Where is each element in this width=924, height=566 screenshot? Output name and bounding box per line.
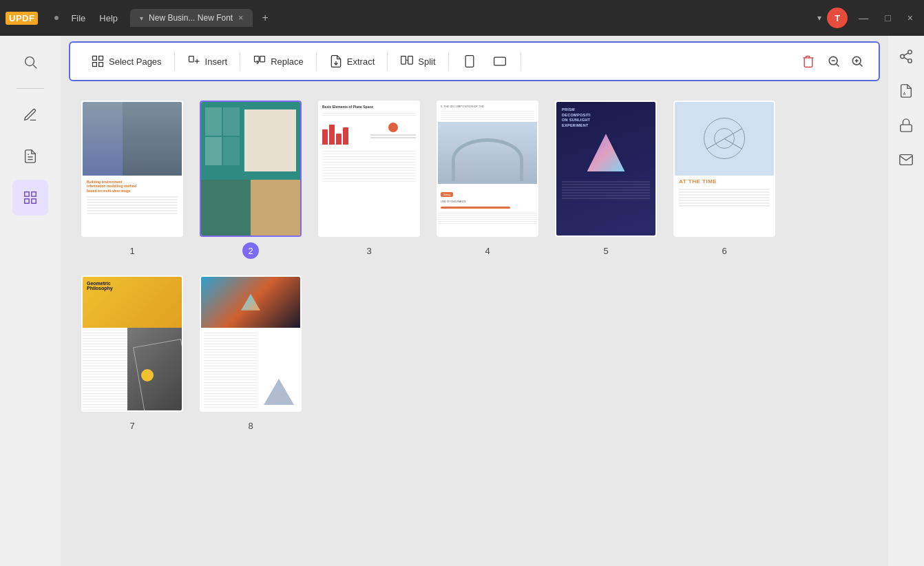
thumb-3-content: Basic Elements of Plane Space [319, 102, 419, 235]
thumb-6-content: AT THE TIME [675, 102, 774, 235]
maximize-button[interactable]: □ [879, 10, 896, 26]
annotate-icon [23, 149, 38, 164]
thumb-2-content [201, 102, 300, 235]
page-item-1[interactable]: Building environmentinformation modellin… [81, 101, 183, 259]
pdfa-icon: A [899, 83, 914, 98]
phone-portrait-button[interactable] [457, 50, 482, 72]
share-button[interactable] [894, 44, 918, 69]
thumb-7-geo-rect [133, 339, 182, 410]
minimize-button[interactable]: — [853, 10, 874, 26]
thumb-2-bottom [201, 180, 300, 235]
toolbar-divider-2 [240, 52, 240, 71]
tab-close-icon[interactable]: × [238, 13, 243, 23]
svg-rect-17 [260, 56, 265, 62]
split-button[interactable]: Split [390, 50, 445, 72]
delete-button[interactable] [796, 50, 821, 72]
select-pages-icon [91, 54, 105, 68]
page-number-2: 2 [242, 242, 259, 259]
email-button[interactable] [894, 147, 918, 172]
thumb-5-prism [587, 134, 625, 171]
thumb-7-dot [141, 369, 154, 381]
svg-line-36 [904, 57, 908, 60]
close-button[interactable]: × [902, 10, 918, 26]
thumb-2-grid-container [205, 107, 240, 165]
zoom-out-button[interactable] [823, 51, 844, 72]
new-tab-button[interactable]: + [257, 10, 273, 26]
insert-icon [187, 54, 201, 68]
split-icon [400, 54, 414, 68]
page-number-5: 5 [598, 242, 614, 259]
thumb-5-prism-area [562, 129, 650, 177]
svg-point-35 [908, 59, 912, 63]
svg-line-37 [904, 53, 908, 56]
security-button[interactable] [894, 113, 918, 138]
sidebar-item-search[interactable] [12, 44, 48, 80]
thumb-1-image [83, 102, 182, 176]
svg-point-33 [908, 50, 912, 54]
thumb-1-content: Building environmentinformation modellin… [83, 102, 182, 235]
thumb-6-diagram-area [675, 102, 774, 176]
extract-icon [329, 54, 343, 68]
page-item-7[interactable]: GeometricPhilosophy 7 [81, 275, 183, 434]
active-tab[interactable]: ▾ New Busin... New Font × [130, 9, 253, 27]
menu-file[interactable]: File [64, 10, 92, 26]
page-number-7: 7 [124, 417, 140, 434]
sidebar-item-organize[interactable] [12, 180, 48, 216]
page-item-6[interactable]: AT THE TIME 6 [673, 101, 775, 259]
thumb-3-col-group [322, 120, 416, 145]
thumb-7-img-col [127, 328, 182, 410]
phone-landscape-button[interactable] [487, 50, 512, 72]
svg-point-0 [25, 57, 34, 66]
thumb-2-top [201, 102, 300, 180]
thumb-3-col-2 [370, 120, 416, 145]
zoom-in-button[interactable] [847, 51, 868, 72]
left-sidebar [0, 36, 61, 566]
thumb-3-subtext [322, 112, 416, 117]
page-item-2[interactable]: 2 [200, 101, 302, 259]
extract-button[interactable]: Extract [319, 50, 384, 72]
replace-button[interactable]: Replace [243, 50, 313, 72]
svg-rect-10 [99, 56, 103, 61]
toolbar-divider-6 [521, 52, 521, 71]
page-number-4: 4 [479, 242, 496, 259]
menu-help[interactable]: Help [92, 10, 125, 26]
page-item-3[interactable]: Basic Elements of Plane Space [318, 101, 420, 259]
thumb-2-grid [205, 107, 240, 165]
thumb-5-title: PRISMDECOMPOSITION SUNLIGHTEXPERIMENT [562, 107, 650, 129]
page-item-5[interactable]: PRISMDECOMPOSITION SUNLIGHTEXPERIMENT 5 [555, 101, 657, 259]
user-avatar[interactable]: T [827, 8, 848, 28]
page-item-8[interactable]: 8 [200, 275, 302, 434]
thumb-3-circle [388, 123, 398, 132]
svg-rect-19 [401, 56, 406, 65]
thumb-7-title: GeometricPhilosophy [87, 281, 178, 291]
toolbar-divider-1 [174, 52, 175, 71]
sidebar-item-annotate[interactable] [12, 138, 48, 174]
page-item-4[interactable]: II. THE DECOMPOSITION OF THE String LINE… [437, 101, 538, 259]
svg-rect-5 [25, 192, 29, 196]
svg-rect-22 [465, 56, 474, 67]
organize-icon [23, 190, 38, 205]
insert-button[interactable]: Insert [178, 50, 238, 72]
svg-rect-6 [32, 192, 36, 196]
sidebar-item-edit[interactable] [12, 97, 48, 133]
tabs-dropdown-button[interactable]: ▾ [817, 13, 821, 23]
tab-dropdown-icon: ▾ [140, 14, 143, 22]
thumb-4-subheader: II. THE DECOMPOSITION OF THE [441, 105, 534, 108]
edit-icon [23, 107, 38, 123]
thumb-1-person [123, 102, 182, 176]
thumb-4-header: II. THE DECOMPOSITION OF THE [438, 102, 537, 122]
thumb-6-big-title: AT THE TIME [679, 178, 770, 185]
thumb-3-chart [322, 120, 368, 145]
thumb-3-col-1 [322, 120, 368, 145]
thumb-7-top: GeometricPhilosophy [83, 277, 182, 328]
phone-landscape-icon [493, 54, 507, 68]
page-thumbnail-1: Building environmentinformation modellin… [81, 101, 183, 237]
select-pages-button[interactable]: Select Pages [81, 50, 171, 72]
thumb-4-footer [438, 211, 537, 225]
pdf-a-button[interactable]: A [894, 78, 918, 103]
svg-rect-20 [408, 56, 413, 65]
thumb-8-text-col [204, 331, 258, 408]
thumb-4-arch [452, 138, 523, 181]
page-number-1: 1 [124, 242, 140, 259]
thumb-8-bottom [201, 328, 300, 410]
